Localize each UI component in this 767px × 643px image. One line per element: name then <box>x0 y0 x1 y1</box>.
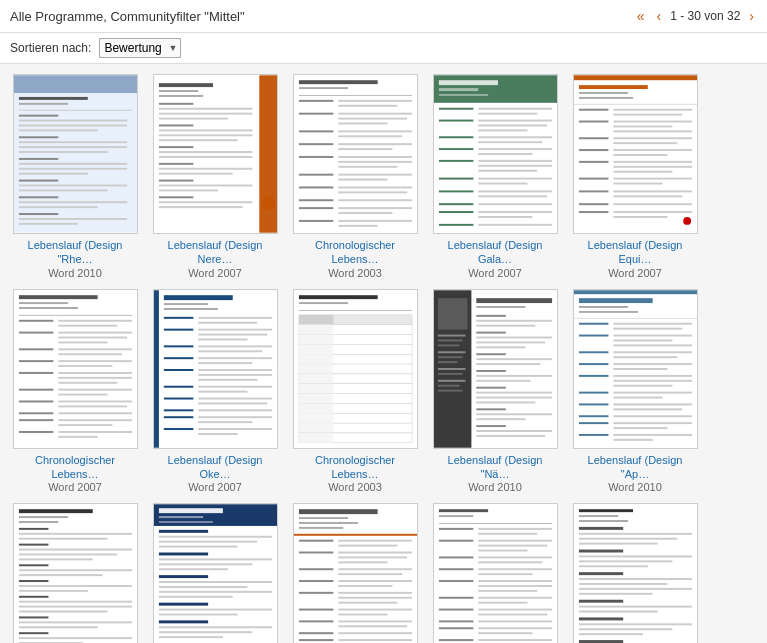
svg-rect-14 <box>18 163 126 165</box>
list-item[interactable]: Chronologischer Lebens… Word 2007 <box>430 503 560 643</box>
svg-rect-302 <box>578 311 637 313</box>
svg-rect-482 <box>578 600 622 603</box>
svg-rect-266 <box>437 356 462 358</box>
gallery-row-2: Chronologischer Lebens… Word 2007 <box>10 289 757 494</box>
svg-rect-386 <box>158 626 271 628</box>
svg-rect-354 <box>18 606 131 608</box>
svg-rect-451 <box>478 602 527 604</box>
svg-rect-7 <box>18 124 126 126</box>
svg-rect-12 <box>18 151 107 153</box>
svg-rect-254 <box>298 413 332 423</box>
list-item[interactable]: Lebenslauf (Design Gala… Word 2007 <box>430 74 560 279</box>
svg-rect-178 <box>58 381 117 383</box>
svg-rect-294 <box>476 418 525 420</box>
sort-select[interactable]: Bewertung Name Datum <box>99 38 181 58</box>
list-item[interactable]: Chronologischer Lebens… Word 2003 <box>290 289 420 494</box>
svg-rect-267 <box>437 361 457 363</box>
svg-rect-135 <box>578 137 608 139</box>
svg-rect-360 <box>18 637 131 639</box>
svg-rect-35 <box>158 124 192 126</box>
svg-rect-347 <box>18 569 131 571</box>
svg-rect-304 <box>578 322 608 324</box>
svg-rect-155 <box>613 216 667 218</box>
svg-rect-269 <box>437 373 462 375</box>
svg-rect-414 <box>338 602 397 604</box>
svg-rect-92 <box>438 108 472 110</box>
svg-rect-169 <box>18 348 52 350</box>
item-title: Lebenslauf (Design "Rhe… <box>13 238 138 267</box>
svg-rect-479 <box>578 583 667 585</box>
svg-rect-34 <box>158 118 227 120</box>
svg-rect-367 <box>158 516 202 518</box>
svg-rect-57 <box>338 100 412 102</box>
svg-rect-210 <box>198 362 252 364</box>
svg-rect-2 <box>18 97 87 100</box>
svg-rect-421 <box>298 632 332 634</box>
svg-rect-77 <box>338 186 412 188</box>
svg-rect-98 <box>478 129 527 131</box>
svg-rect-483 <box>578 606 691 608</box>
list-item[interactable]: Funktioneller Lebenslau… Word 2003 <box>150 503 280 643</box>
item-version: Word 2007 <box>188 481 242 493</box>
list-item[interactable]: Lebenslauf (Design Nere… Word 2007 <box>150 74 280 279</box>
svg-rect-187 <box>18 419 52 421</box>
svg-rect-355 <box>18 611 107 613</box>
item-version: Word 2010 <box>468 481 522 493</box>
svg-rect-238 <box>298 334 332 344</box>
svg-rect-201 <box>163 328 193 330</box>
svg-rect-21 <box>18 201 126 203</box>
svg-rect-42 <box>158 163 192 165</box>
svg-rect-96 <box>478 120 552 122</box>
list-item[interactable]: Lebenslauf (Design "Nä… Word 2010 <box>430 289 560 494</box>
svg-rect-221 <box>163 409 193 411</box>
first-page-btn[interactable]: « <box>634 6 648 26</box>
svg-point-51 <box>261 196 275 210</box>
svg-rect-423 <box>298 639 332 641</box>
svg-rect-65 <box>338 135 402 137</box>
svg-rect-287 <box>476 379 530 381</box>
svg-rect-148 <box>578 190 608 192</box>
svg-rect-371 <box>158 541 256 543</box>
svg-rect-211 <box>163 369 193 371</box>
svg-rect-158 <box>18 295 97 299</box>
svg-rect-85 <box>338 220 412 222</box>
list-item[interactable]: Chronologischer Lebens… Word 2003 <box>10 503 140 643</box>
svg-rect-90 <box>438 88 477 91</box>
svg-rect-204 <box>198 338 247 340</box>
svg-rect-31 <box>158 103 192 105</box>
next-page-btn[interactable]: › <box>746 6 757 26</box>
list-item[interactable]: Lebenslauf (Design Rhe… Word 2007 <box>290 503 420 643</box>
svg-rect-3 <box>18 103 67 105</box>
list-item[interactable]: Funktioneller Lebenslau… Word 2003 <box>570 503 700 643</box>
svg-rect-458 <box>478 627 552 629</box>
svg-rect-161 <box>18 314 131 315</box>
svg-rect-455 <box>438 621 472 623</box>
svg-rect-33 <box>158 113 251 115</box>
svg-rect-486 <box>578 624 691 626</box>
list-item[interactable]: Chronologischer Lebens… Word 2007 <box>10 289 140 494</box>
svg-rect-349 <box>18 580 48 582</box>
list-item[interactable]: Lebenslauf (Design Equi… Word 2007 <box>570 74 700 279</box>
sort-select-wrapper[interactable]: Bewertung Name Datum <box>99 38 181 58</box>
list-item[interactable]: Lebenslauf (Design "Rhe… Word 2010 <box>10 74 140 279</box>
prev-page-btn[interactable]: ‹ <box>654 6 665 26</box>
list-item[interactable]: Chronologischer Lebens… Word 2003 <box>290 74 420 279</box>
svg-rect-297 <box>476 435 545 437</box>
list-item[interactable]: Lebenslauf (Design "Ap… Word 2010 <box>570 289 700 494</box>
svg-rect-224 <box>198 416 272 418</box>
svg-rect-433 <box>478 528 552 530</box>
svg-rect-82 <box>338 207 412 209</box>
svg-rect-410 <box>338 585 392 587</box>
svg-rect-256 <box>298 423 332 433</box>
svg-rect-306 <box>613 327 682 329</box>
svg-rect-411 <box>298 592 332 594</box>
svg-rect-159 <box>18 302 67 304</box>
svg-rect-67 <box>338 143 412 145</box>
svg-rect-359 <box>18 632 48 634</box>
svg-rect-446 <box>478 580 552 582</box>
svg-rect-46 <box>158 185 251 187</box>
svg-rect-143 <box>613 166 692 168</box>
svg-rect-140 <box>613 154 667 156</box>
list-item[interactable]: Lebenslauf (Design Oke… Word 2007 <box>150 289 280 494</box>
svg-rect-388 <box>158 636 222 638</box>
